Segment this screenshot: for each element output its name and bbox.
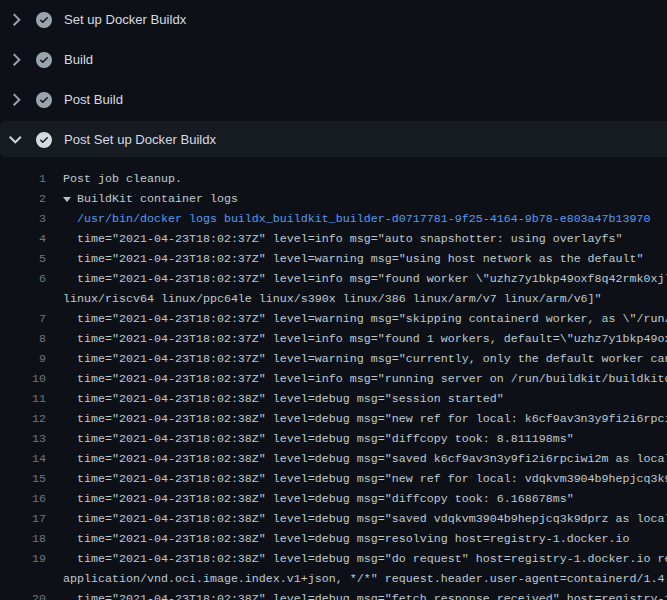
log-line-8[interactable]: 8 time="2021-04-23T18:02:37Z" level=info… bbox=[0, 329, 667, 349]
log-line-11[interactable]: 11 time="2021-04-23T18:02:38Z" level=deb… bbox=[0, 389, 667, 409]
log-text: time="2021-04-23T18:02:37Z" level=warnin… bbox=[63, 349, 667, 369]
step-title: Post Set up Docker Buildx bbox=[64, 132, 216, 147]
log-text: time="2021-04-23T18:02:37Z" level=warnin… bbox=[63, 249, 644, 269]
log-text: time="2021-04-23T18:02:38Z" level=debug … bbox=[63, 529, 630, 549]
step-title: Post Build bbox=[64, 92, 123, 107]
log-text: time="2021-04-23T18:02:37Z" level=warnin… bbox=[63, 309, 667, 329]
step-header-post-build[interactable]: Post Build bbox=[0, 80, 667, 120]
log-line-12[interactable]: 12 time="2021-04-23T18:02:38Z" level=deb… bbox=[0, 409, 667, 429]
log-text: time="2021-04-23T18:02:38Z" level=debug … bbox=[63, 469, 667, 489]
log-line-17[interactable]: 17 time="2021-04-23T18:02:38Z" level=deb… bbox=[0, 509, 667, 529]
log-line-3[interactable]: 3 /usr/bin/docker logs buildx_buildkit_b… bbox=[0, 209, 667, 229]
line-number[interactable]: 9 bbox=[0, 349, 46, 369]
line-number[interactable]: 10 bbox=[0, 369, 46, 389]
line-number[interactable]: 5 bbox=[0, 249, 46, 269]
line-number[interactable]: 20 bbox=[0, 589, 46, 600]
line-number[interactable]: 16 bbox=[0, 489, 46, 509]
step-header-build[interactable]: Build bbox=[0, 40, 667, 80]
line-number[interactable]: 3 bbox=[0, 209, 46, 229]
log-line-18[interactable]: 18 time="2021-04-23T18:02:38Z" level=deb… bbox=[0, 529, 667, 549]
log-text: time="2021-04-23T18:02:38Z" level=debug … bbox=[63, 449, 667, 469]
log-text: time="2021-04-23T18:02:38Z" level=debug … bbox=[63, 429, 574, 449]
log-text: linux/riscv64 linux/ppc64le linux/s390x … bbox=[63, 289, 602, 309]
step-header-set-up-docker-buildx[interactable]: Set up Docker Buildx bbox=[0, 0, 667, 40]
log-text: time="2021-04-23T18:02:38Z" level=debug … bbox=[63, 509, 667, 529]
log-line-1[interactable]: 1Post job cleanup. bbox=[0, 169, 667, 189]
line-number[interactable]: 17 bbox=[0, 509, 46, 529]
chevron-right-icon[interactable] bbox=[8, 11, 24, 27]
log-text: time="2021-04-23T18:02:38Z" level=debug … bbox=[63, 589, 667, 600]
log-line-10[interactable]: 10 time="2021-04-23T18:02:37Z" level=inf… bbox=[0, 369, 667, 389]
log-line-9[interactable]: 9 time="2021-04-23T18:02:37Z" level=warn… bbox=[0, 349, 667, 369]
line-number[interactable]: 1 bbox=[0, 169, 46, 189]
log-line-20[interactable]: 20 time="2021-04-23T18:02:38Z" level=deb… bbox=[0, 589, 667, 600]
log-text: time="2021-04-23T18:02:38Z" level=debug … bbox=[63, 489, 574, 509]
step-title: Build bbox=[64, 52, 93, 67]
log-text: time="2021-04-23T18:02:37Z" level=info m… bbox=[63, 269, 667, 289]
log-text: time="2021-04-23T18:02:37Z" level=info m… bbox=[63, 369, 667, 389]
line-number[interactable]: 19 bbox=[0, 549, 46, 569]
log-text: Post job cleanup. bbox=[63, 169, 182, 189]
line-number[interactable]: 8 bbox=[0, 329, 46, 349]
steps-list: Set up Docker BuildxBuildPost BuildPost … bbox=[0, 0, 667, 160]
log-line-wrap[interactable]: linux/riscv64 linux/ppc64le linux/s390x … bbox=[0, 289, 667, 309]
line-number[interactable]: 11 bbox=[0, 389, 46, 409]
step-header-post-set-up-docker-buildx[interactable]: Post Set up Docker Buildx bbox=[0, 120, 667, 160]
log-text: time="2021-04-23T18:02:38Z" level=debug … bbox=[63, 409, 667, 429]
line-number[interactable]: 15 bbox=[0, 469, 46, 489]
log-text: time="2021-04-23T18:02:38Z" level=debug … bbox=[63, 389, 504, 409]
log-line-19[interactable]: 19 time="2021-04-23T18:02:38Z" level=deb… bbox=[0, 549, 667, 569]
log-line-16[interactable]: 16 time="2021-04-23T18:02:38Z" level=deb… bbox=[0, 489, 667, 509]
check-circle-icon bbox=[36, 52, 52, 68]
line-number[interactable]: 2 bbox=[0, 189, 46, 209]
log-line-15[interactable]: 15 time="2021-04-23T18:02:38Z" level=deb… bbox=[0, 469, 667, 489]
log-text: time="2021-04-23T18:02:37Z" level=info m… bbox=[63, 229, 623, 249]
log-line-6[interactable]: 6 time="2021-04-23T18:02:37Z" level=info… bbox=[0, 269, 667, 289]
log-lines: 1Post job cleanup.2 BuildKit container l… bbox=[0, 160, 667, 600]
log-command-text: /usr/bin/docker logs buildx_buildkit_bui… bbox=[63, 209, 651, 229]
log-text: application/vnd.oci.image.index.v1+json,… bbox=[63, 569, 667, 589]
log-line-2[interactable]: 2 BuildKit container logs bbox=[0, 189, 667, 209]
log-text: BuildKit container logs bbox=[63, 189, 238, 209]
log-line-4[interactable]: 4 time="2021-04-23T18:02:37Z" level=info… bbox=[0, 229, 667, 249]
line-number[interactable]: 14 bbox=[0, 449, 46, 469]
check-circle-icon bbox=[36, 12, 52, 28]
line-number[interactable]: 6 bbox=[0, 269, 46, 289]
line-number[interactable]: 4 bbox=[0, 229, 46, 249]
log-line-5[interactable]: 5 time="2021-04-23T18:02:37Z" level=warn… bbox=[0, 249, 667, 269]
log-line-7[interactable]: 7 time="2021-04-23T18:02:37Z" level=warn… bbox=[0, 309, 667, 329]
log-line-14[interactable]: 14 time="2021-04-23T18:02:38Z" level=deb… bbox=[0, 449, 667, 469]
log-text: time="2021-04-23T18:02:38Z" level=debug … bbox=[63, 549, 667, 569]
group-caret-icon[interactable] bbox=[63, 197, 71, 202]
log-line-wrap[interactable]: application/vnd.oci.image.index.v1+json,… bbox=[0, 569, 667, 589]
chevron-right-icon[interactable] bbox=[8, 91, 24, 107]
log-text: time="2021-04-23T18:02:37Z" level=info m… bbox=[63, 329, 667, 349]
chevron-right-icon[interactable] bbox=[8, 51, 24, 67]
line-number[interactable]: 12 bbox=[0, 409, 46, 429]
line-number[interactable]: 13 bbox=[0, 429, 46, 449]
chevron-down-icon[interactable] bbox=[8, 131, 24, 147]
step-title: Set up Docker Buildx bbox=[64, 12, 186, 27]
check-circle-icon bbox=[36, 92, 52, 108]
log-line-13[interactable]: 13 time="2021-04-23T18:02:38Z" level=deb… bbox=[0, 429, 667, 449]
check-circle-icon bbox=[36, 132, 52, 148]
line-number[interactable]: 7 bbox=[0, 309, 46, 329]
line-number[interactable]: 18 bbox=[0, 529, 46, 549]
